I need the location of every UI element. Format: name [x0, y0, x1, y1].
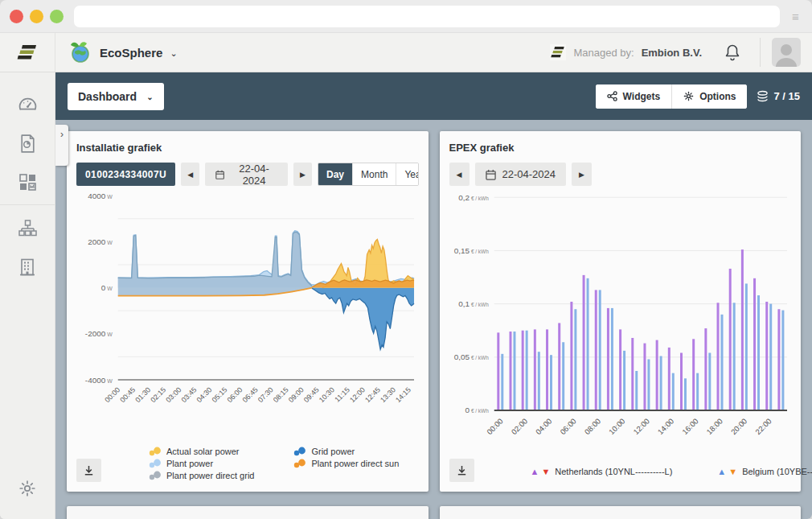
download-button[interactable]: [76, 459, 101, 482]
legend-item[interactable]: Plant power: [148, 459, 254, 468]
legend-item[interactable]: ▲▼Belgium (10YBE----------2): [717, 467, 812, 476]
price-bar: [525, 331, 527, 410]
ecosphere-logo-icon: [68, 40, 92, 64]
browser-window: ≡ EcoSphere ⌄: [0, 0, 812, 519]
x-tick-label: 16:00: [680, 417, 699, 436]
price-bar: [704, 328, 707, 410]
x-tick-label: 02:15: [149, 385, 167, 404]
legend-item[interactable]: Grid power: [293, 447, 399, 456]
x-tick-label: 11:15: [333, 385, 351, 403]
download-button[interactable]: [449, 459, 474, 482]
price-bar: [501, 354, 503, 410]
x-tick-label: 04:30: [195, 385, 214, 404]
close-window-button[interactable]: [10, 10, 23, 23]
price-bar: [598, 290, 601, 410]
price-bar: [781, 311, 784, 410]
user-menu[interactable]: [760, 38, 812, 67]
sidebar-item-dashboard[interactable]: [0, 85, 55, 124]
x-tick-label: 05:15: [211, 385, 229, 404]
price-bar: [696, 373, 699, 410]
svg-text:-2000 W: -2000 W: [85, 329, 113, 338]
price-bar: [586, 278, 588, 410]
installation-serial-button[interactable]: 0100234334007U: [76, 163, 175, 186]
widget-counter-value: 7 / 15: [773, 90, 800, 102]
options-button[interactable]: Options: [671, 84, 747, 109]
epex-widget: EPEX grafiek ◀ 22-04-2024 ▶: [440, 131, 802, 492]
price-bar: [753, 278, 756, 410]
price-bar: [562, 342, 564, 410]
legend-item[interactable]: Plant power direct grid: [148, 471, 254, 480]
price-bar: [497, 332, 499, 410]
x-tick-label: 12:00: [631, 417, 650, 436]
price-bar: [716, 303, 719, 410]
brand-selector[interactable]: EcoSphere ⌄: [55, 33, 178, 72]
x-tick-label: 09:00: [287, 385, 306, 404]
sidebar-item-sitemap[interactable]: [0, 208, 55, 247]
x-tick-label: 10:00: [606, 417, 625, 436]
installatie-chart-svg: 4000 W2000 W0 W-2000 W-4000 W00:0000:450…: [76, 191, 417, 419]
sidebar-item-reports[interactable]: [0, 124, 55, 163]
minimize-window-button[interactable]: [30, 10, 43, 23]
embion-logo-icon: [17, 42, 38, 63]
dashboard-dropdown[interactable]: Dashboard ⌄: [68, 83, 164, 110]
legend-item[interactable]: Actual solar power: [148, 447, 254, 456]
partial-widget: [440, 506, 802, 519]
range-tab-day[interactable]: Day: [318, 163, 352, 185]
gauge-icon: [18, 95, 38, 115]
price-bar: [594, 290, 597, 410]
date-picker-value: 22-04-2024: [232, 163, 277, 187]
series-marker-icon: [293, 447, 306, 456]
sidebar: [0, 72, 55, 519]
prev-date-button[interactable]: ◀: [181, 163, 199, 186]
range-tab-year[interactable]: Year: [396, 163, 418, 185]
legend-item[interactable]: ▲▼Netherlands (10YNL----------L): [531, 467, 673, 476]
maximize-window-button[interactable]: [50, 10, 64, 23]
address-bar[interactable]: [74, 6, 780, 27]
x-tick-label: 20:00: [728, 417, 748, 436]
partial-widget: [67, 506, 429, 519]
sidebar-expander[interactable]: ›: [55, 125, 68, 166]
x-tick-label: 03:45: [180, 385, 199, 404]
price-bar: [533, 329, 535, 410]
browser-chrome: ≡: [0, 0, 812, 32]
x-tick-label: 14:15: [394, 385, 412, 404]
chevron-down-icon: ⌄: [146, 93, 153, 101]
legend-item[interactable]: Plant power direct sun: [293, 459, 399, 468]
next-date-button[interactable]: ▶: [293, 163, 312, 186]
epex-chart: 0,2 € / kWh0,15 € / kWh0,1 € / kWh0,05 €…: [449, 191, 792, 457]
report-icon: [18, 134, 37, 154]
triangle-down-icon: ▼: [728, 468, 737, 476]
price-bar: [513, 332, 515, 410]
embion-logo[interactable]: [0, 33, 55, 72]
price-bar: [582, 275, 584, 410]
widgets-button[interactable]: Widgets: [596, 84, 672, 109]
installatie-chart: 4000 W2000 W0 W-2000 W-4000 W00:0000:450…: [76, 191, 419, 445]
x-tick-label: 06:00: [226, 385, 244, 404]
prev-date-button[interactable]: ◀: [449, 163, 470, 186]
range-tab-month[interactable]: Month: [352, 163, 396, 185]
price-bar: [570, 302, 572, 410]
download-icon: [456, 464, 468, 476]
price-bar: [574, 309, 576, 410]
price-bar: [647, 359, 650, 410]
sidebar-item-settings[interactable]: [0, 469, 55, 508]
series-marker-icon: [148, 459, 162, 468]
x-tick-label: 06:00: [558, 417, 577, 436]
epex-widget-title: EPEX grafiek: [449, 142, 792, 154]
price-bar: [777, 309, 780, 410]
date-picker-button[interactable]: 22-04-2024: [205, 163, 287, 186]
x-tick-label: 00:00: [485, 417, 504, 436]
price-bar: [740, 249, 743, 410]
browser-menu-icon[interactable]: ≡: [780, 10, 812, 23]
chevron-down-icon: ⌄: [170, 48, 177, 59]
price-bar: [546, 329, 548, 410]
notifications-button[interactable]: [720, 43, 760, 61]
sidebar-item-buildings[interactable]: [0, 247, 55, 286]
price-bar: [744, 283, 747, 410]
svg-text:-4000 W: -4000 W: [85, 376, 113, 385]
date-picker-value: 22-04-2024: [502, 168, 556, 180]
sidebar-item-widgets[interactable]: [0, 163, 55, 201]
x-tick-label: 06:45: [241, 385, 260, 404]
next-date-button[interactable]: ▶: [572, 163, 592, 186]
date-picker-button[interactable]: 22-04-2024: [475, 163, 567, 186]
